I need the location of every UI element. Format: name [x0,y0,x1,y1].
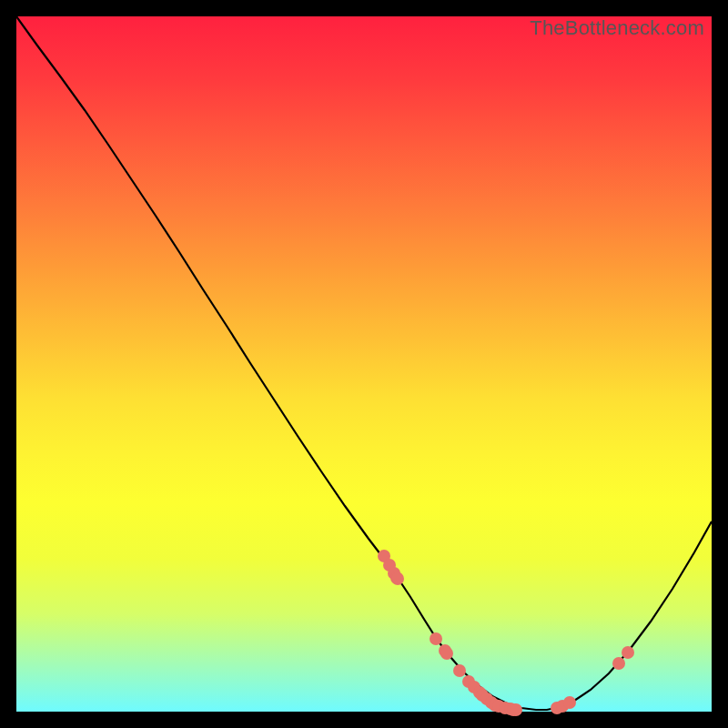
data-point [383,559,396,571]
plot-area: TheBottleneck.com [16,16,712,712]
data-point [507,703,520,716]
data-point [476,689,489,702]
data-point [391,572,404,585]
data-point [473,686,486,699]
data-point [390,571,403,584]
data-point [551,702,563,714]
data-point [485,696,498,709]
data-point [440,647,453,660]
data-point [430,632,442,645]
data-point [504,703,517,715]
data-point [439,644,451,657]
data-point [492,700,505,713]
data-point [480,693,493,705]
watermark-text: TheBottleneck.com [530,16,704,40]
data-point [563,696,576,709]
data-point [462,675,475,688]
chart-frame: TheBottleneck.com [0,0,728,728]
data-point [510,703,522,716]
data-point [556,700,569,713]
data-point [453,664,466,677]
data-point [388,567,400,580]
data-point [489,699,501,712]
data-point [612,657,625,670]
data-point [378,550,390,562]
bottleneck-curve [16,16,712,712]
data-point [499,702,511,714]
data-point [468,681,480,693]
data-point [622,646,634,659]
